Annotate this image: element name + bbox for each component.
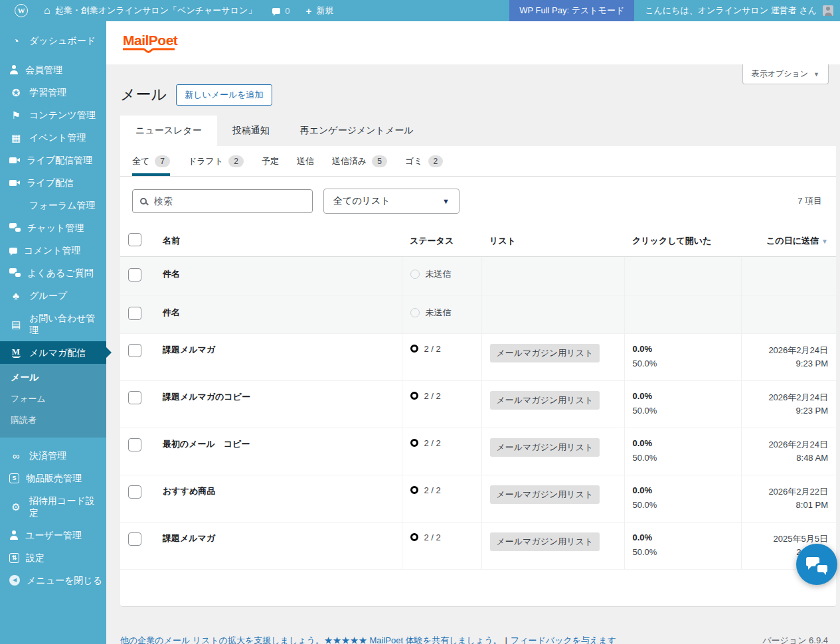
items-count: 7 項目 xyxy=(798,195,822,207)
sidebar-item-label: よくあるご質問 xyxy=(27,267,94,279)
status-ring-icon xyxy=(410,345,418,353)
search-input[interactable] xyxy=(153,195,305,207)
sidebar-item-payments[interactable]: ∞決済管理 xyxy=(0,444,106,467)
wp-full-pay-badge[interactable]: WP Full Pay: テストモード xyxy=(509,0,634,21)
filter-trash[interactable]: ゴミ2 xyxy=(405,146,443,176)
sidebar-item-users[interactable]: ユーザー管理 xyxy=(0,524,106,546)
status-text: 2 / 2 xyxy=(424,438,441,448)
tab-re-engagement[interactable]: 再エンゲージメントメール xyxy=(285,116,429,146)
submenu-item-mail[interactable]: メール xyxy=(0,367,106,388)
comments-link[interactable]: 0 xyxy=(264,0,297,21)
sidebar-item-invite-codes[interactable]: ⚙招待用コード設定 xyxy=(0,489,106,524)
mailpoet-icon: M xyxy=(9,347,23,359)
filter-label: ドラフト xyxy=(188,155,223,167)
sidebar-item-faq[interactable]: よくあるご質問 xyxy=(0,262,106,284)
list-tag[interactable]: メールマガジン用リスト xyxy=(490,485,600,504)
filter-sending[interactable]: 送信 xyxy=(297,146,314,176)
list-tag[interactable]: メールマガジン用リスト xyxy=(490,391,600,410)
sidebar-item-contents[interactable]: ⚑コンテンツ管理 xyxy=(0,104,106,126)
graduation-icon: ✪ xyxy=(9,86,23,98)
admin-bar: W ⌂ 起業・創業オンラインサロン「ベンチャーサロン」 0 + 新規 WP Fu… xyxy=(0,0,840,21)
row-checkbox[interactable] xyxy=(128,438,141,451)
mailpoet-logo-text: MailPoet xyxy=(123,33,177,48)
sidebar-item-collapse-menu[interactable]: ◀メニューを閉じる xyxy=(0,569,106,592)
dashboard-icon: ◔ xyxy=(9,35,23,46)
feedback-link[interactable]: フィードバックを与えます xyxy=(511,635,616,644)
filter-all[interactable]: 全て7 xyxy=(132,146,170,176)
sidebar-item-label: 物品販売管理 xyxy=(26,472,82,484)
sidebar-item-live-manage[interactable]: ライブ配信管理 xyxy=(0,149,106,171)
email-name-link[interactable]: おすすめ商品 xyxy=(163,486,215,496)
sidebar-item-settings[interactable]: ⇅設定 xyxy=(0,546,106,569)
sidebar-item-forum[interactable]: フォーラム管理 xyxy=(0,194,106,216)
status-text: 2 / 2 xyxy=(424,344,441,354)
row-checkbox[interactable] xyxy=(128,532,141,546)
tab-newsletter[interactable]: ニュースレター xyxy=(120,116,217,146)
list-tag[interactable]: メールマガジン用リスト xyxy=(490,438,600,457)
sidebar-item-dashboard[interactable]: ◔ダッシュボード xyxy=(0,29,106,52)
user-avatar[interactable] xyxy=(823,5,833,16)
submenu-item-subscribers[interactable]: 購読者 xyxy=(0,410,106,431)
table-row: 件名未送信 xyxy=(120,295,836,333)
list-tag[interactable]: メールマガジン用リスト xyxy=(490,532,600,551)
select-all-checkbox[interactable] xyxy=(128,233,141,246)
row-checkbox[interactable] xyxy=(128,485,141,499)
sidebar-item-label: コンテンツ管理 xyxy=(29,109,96,121)
share-experience-link[interactable]: 他の企業のメール リストの拡大を支援しましょう。★★★★★ MailPoet 体… xyxy=(120,635,502,644)
column-name[interactable]: 名前 xyxy=(155,226,402,256)
row-checkbox[interactable] xyxy=(128,268,141,282)
sidebar-item-label: 招待用コード設定 xyxy=(29,495,102,519)
sidebar-item-label: 決済管理 xyxy=(29,449,66,461)
screen-options-button[interactable]: 表示オプション ▼ xyxy=(742,64,829,84)
filter-scheduled[interactable]: 予定 xyxy=(262,146,279,176)
wordpress-menu[interactable]: W xyxy=(7,0,36,21)
mailpoet-logo[interactable]: MailPoet xyxy=(123,33,177,53)
filter-draft[interactable]: ドラフト2 xyxy=(188,146,244,176)
account-greeting[interactable]: こんにちは、オンラインサロン 運営者 さん xyxy=(645,5,817,17)
column-list: リスト xyxy=(481,226,624,256)
email-name-link[interactable]: 件名 xyxy=(163,307,180,317)
filter-sent[interactable]: 送信済み5 xyxy=(332,146,387,176)
tab-post-notification[interactable]: 投稿通知 xyxy=(217,116,285,146)
email-name-link[interactable]: 課題メルマガのコピー xyxy=(163,392,250,402)
video-icon xyxy=(9,157,17,163)
email-name-link[interactable]: 最初のメール コピー xyxy=(163,439,250,449)
new-content-link[interactable]: + 新規 xyxy=(297,0,341,21)
chat-fab-button[interactable] xyxy=(796,544,837,585)
column-sent-date[interactable]: この日に送信▼ xyxy=(741,226,836,256)
submenu-item-forms[interactable]: フォーム xyxy=(0,388,106,410)
video-icon xyxy=(9,180,17,186)
sent-time: 8:48 AM xyxy=(750,451,829,465)
sidebar-item-chat[interactable]: チャット管理 xyxy=(0,216,106,239)
sidebar-item-events[interactable]: ▦イベント管理 xyxy=(0,126,106,149)
status-cell: 2 / 2 xyxy=(410,485,473,495)
admin-sidebar: ◔ダッシュボード会員管理✪学習管理⚑コンテンツ管理▦イベント管理ライブ配信管理ラ… xyxy=(0,21,106,644)
clicked-rate: 0.0% xyxy=(633,485,733,495)
sidebar-menu: ◔ダッシュボード会員管理✪学習管理⚑コンテンツ管理▦イベント管理ライブ配信管理ラ… xyxy=(0,29,106,592)
list-toolbar: 全てのリスト ▼ 7 項目 xyxy=(120,177,836,226)
site-link[interactable]: ⌂ 起業・創業オンラインサロン「ベンチャーサロン」 xyxy=(36,0,264,21)
email-name-link[interactable]: 課題メルマガ xyxy=(163,345,215,355)
sidebar-item-comments[interactable]: コメント管理 xyxy=(0,239,106,262)
row-checkbox[interactable] xyxy=(128,391,141,404)
sidebar-item-learning[interactable]: ✪学習管理 xyxy=(0,81,106,104)
table-row: 課題メルマガ2 / 2メールマガジン用リスト0.0%50.0%2025年5月5日… xyxy=(120,522,836,569)
sidebar-item-inquiry[interactable]: ▤お問い合わせ管理 xyxy=(0,307,106,341)
status-ring-icon xyxy=(410,392,418,400)
list-filter-select[interactable]: 全てのリスト ▼ xyxy=(323,189,460,214)
list-tag[interactable]: メールマガジン用リスト xyxy=(490,344,600,362)
sidebar-item-sales[interactable]: S物品販売管理 xyxy=(0,467,106,489)
sidebar-item-mailpoet[interactable]: Mメルマガ配信 xyxy=(0,341,106,364)
email-name-link[interactable]: 課題メルマガ xyxy=(163,533,215,543)
row-checkbox[interactable] xyxy=(128,344,141,357)
sidebar-item-groups[interactable]: ♣グループ xyxy=(0,284,106,307)
sidebar-item-members[interactable]: 会員管理 xyxy=(0,58,106,81)
row-checkbox[interactable] xyxy=(128,307,141,320)
sidebar-item-live[interactable]: ライブ配信 xyxy=(0,171,106,194)
opened-rate: 50.0% xyxy=(633,547,733,557)
screen-options-label: 表示オプション xyxy=(752,68,808,80)
footer-separator: | xyxy=(505,635,507,644)
add-email-button[interactable]: 新しいメールを追加 xyxy=(176,84,272,106)
sidebar-item-label: ユーザー管理 xyxy=(25,529,82,541)
email-name-link[interactable]: 件名 xyxy=(163,269,180,279)
